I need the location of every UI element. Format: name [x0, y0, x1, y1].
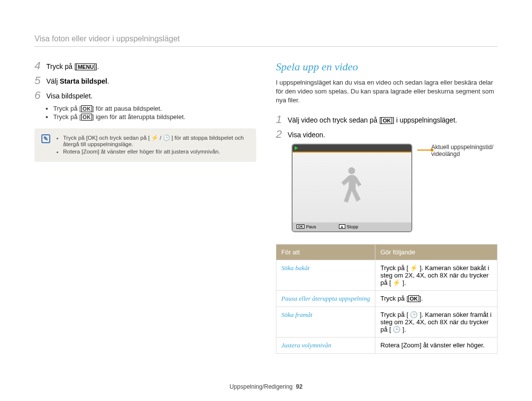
step-5-post: .: [107, 77, 109, 85]
ok-button-label: OK: [81, 114, 93, 121]
note-line-1: Tryck på [OK] och tryck sedan på [ ⚡ / 🕒…: [63, 134, 249, 147]
player-topbar: [293, 145, 411, 153]
row-desc: Rotera [Zoom] åt vänster eller höger.: [375, 337, 498, 353]
step-number: 2: [276, 129, 288, 140]
section-heading: Spela upp en video: [276, 61, 498, 73]
step-4: 4 Tryck på [MENU].: [34, 61, 256, 71]
step-5: 5 Välj Starta bildspel.: [34, 75, 256, 86]
table-row: Justera volymnivån Rotera [Zoom] åt väns…: [276, 337, 498, 353]
row-action: Söka bakåt: [276, 260, 375, 290]
row-action: Justera volymnivån: [276, 337, 375, 353]
pause-label: Paus: [306, 224, 316, 229]
action-table: För att Gör följande Söka bakåt Tryck på…: [276, 244, 498, 354]
step-6: 6 Visa bildspelet.: [34, 90, 256, 101]
row-desc: Tryck på [ 🕒 ]. Kameran söker framåt i s…: [375, 307, 498, 337]
row-desc: Tryck på [ ⚡ ]. Kameran söker bakåt i st…: [375, 260, 498, 290]
step-number: 6: [34, 90, 46, 101]
table-header-desc: Gör följande: [375, 244, 498, 260]
step-4-post: ].: [95, 62, 99, 70]
step-number: 4: [34, 61, 46, 71]
step-4-pre: Tryck på [: [46, 62, 76, 70]
ok-mini-btn: OK: [297, 224, 305, 229]
stop-label: Stopp: [347, 224, 359, 229]
step-number: 5: [34, 75, 46, 86]
play-icon: [295, 146, 298, 150]
step-5-pre: Välj: [46, 77, 60, 85]
callout-line: [417, 150, 432, 151]
step-number: 1: [276, 114, 288, 125]
section-intro: I uppspelningsläget kan du visa en video…: [276, 78, 498, 105]
ok-button-label: OK: [408, 295, 420, 302]
step-1: 1 Välj video och tryck sedan på [OK] i u…: [276, 114, 498, 125]
ok-button-label: OK: [81, 105, 93, 112]
table-row: Söka bakåt Tryck på [ ⚡ ]. Kameran söker…: [276, 260, 498, 290]
page-footer: Uppspelning/Redigering 92: [0, 383, 532, 390]
table-header-action: För att: [276, 244, 375, 260]
player-bottombar: OK Paus ▲ Stopp: [293, 222, 411, 231]
step-6-text: Visa bildspelet.: [46, 90, 93, 100]
timecode: [408, 146, 409, 150]
breadcrumb: Visa foton eller videor i uppspelningslä…: [34, 34, 498, 47]
menu-button-label: MENU: [76, 63, 95, 70]
left-column: 4 Tryck på [MENU]. 5 Välj Starta bildspe…: [34, 61, 256, 354]
note-icon: ✎: [41, 134, 50, 143]
ok-button-label: OK: [381, 117, 393, 124]
video-player-preview: OK Paus ▲ Stopp: [292, 144, 412, 232]
right-column: Spela upp en video I uppspelningsläget k…: [276, 61, 498, 354]
sub-bullets: Tryck på [OK] för att pausa bildspelet. …: [34, 105, 256, 121]
dancer-silhouette: [337, 165, 366, 214]
table-row: Pausa eller återuppta uppspelning Tryck …: [276, 290, 498, 307]
row-desc: Tryck på [OK].: [375, 290, 498, 307]
callout-text: Aktuell uppspelningstid/ videolängd: [432, 144, 498, 157]
step-5-bold: Starta bildspel: [60, 77, 107, 85]
up-mini-btn: ▲: [339, 224, 345, 229]
note-line-2: Rotera [Zoom] åt vänster eller höger för…: [63, 149, 249, 154]
step-2: 2 Visa videon.: [276, 129, 498, 140]
note-box: ✎ Tryck på [OK] och tryck sedan på [ ⚡ /…: [34, 128, 256, 162]
row-action: Söka framåt: [276, 307, 375, 337]
row-action: Pausa eller återuppta uppspelning: [276, 290, 375, 307]
table-row: Söka framåt Tryck på [ 🕒 ]. Kameran söke…: [276, 307, 498, 337]
